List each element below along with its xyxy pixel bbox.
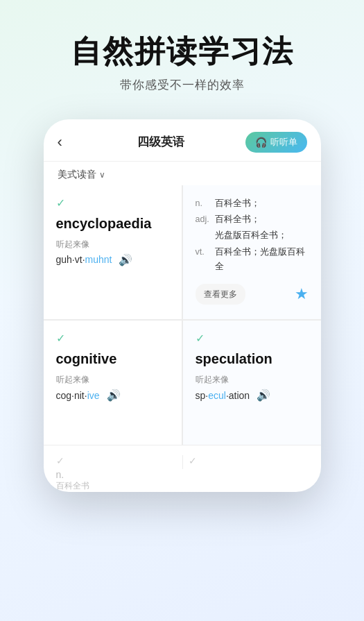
app-title: 四级英语 <box>137 134 184 150</box>
word-cognitive: cognitive <box>56 350 169 367</box>
star-icon[interactable]: ★ <box>295 281 309 307</box>
partial-word-left: n. <box>56 469 177 480</box>
phonetic-label-3: 听起来像 <box>56 374 169 386</box>
phonetic-text-1: guh·vt·muhnt <box>56 254 112 265</box>
def-text-2: 百科全书； <box>215 212 260 227</box>
sound-icon-4[interactable]: 🔊 <box>257 389 270 402</box>
check-icon-encyclopaedia: ✓ <box>56 196 169 210</box>
listen-button[interactable]: 🎧 听听单 <box>245 132 307 153</box>
headphone-icon: 🎧 <box>255 137 267 148</box>
check-icon-cognitive: ✓ <box>56 332 169 345</box>
phonetic-part-1a: guh·vt· <box>56 254 85 265</box>
phonetic-part-3b: ive <box>87 390 100 401</box>
phonetic-encyclopaedia: guh·vt·muhnt 🔊 <box>56 253 169 266</box>
bottom-left: ✓ n. 百科全书 <box>56 455 182 492</box>
def-text-1: 百科全书； <box>215 196 260 211</box>
hero-title: 自然拼读学习法 <box>22 33 342 70</box>
def-type-1: n. <box>196 196 212 211</box>
partial-check-right: ✓ <box>189 455 309 466</box>
phonetic-part-4c: ·ation <box>226 390 250 401</box>
app-header: ‹ 四级英语 🎧 听听单 <box>44 119 321 162</box>
accent-row[interactable]: 美式读音 ∨ <box>44 162 321 185</box>
hero-subtitle: 带你感受不一样的效率 <box>22 77 342 93</box>
word-card-cognitive: ✓ cognitive 听起来像 cog·nit·ive 🔊 <box>44 320 182 445</box>
phone-mockup: ‹ 四级英语 🎧 听听单 美式读音 ∨ ✓ encyclopaedia 听起来像… <box>44 119 321 493</box>
word-encyclopaedia: encyclopaedia <box>56 215 169 232</box>
bottom-right: ✓ <box>182 455 309 469</box>
phonetic-label-1: 听起来像 <box>56 239 169 250</box>
def-line-1: n. 百科全书； <box>196 196 309 211</box>
word-speculation: speculation <box>196 350 309 367</box>
definition-card-encyclopaedia: n. 百科全书； adj. 百科全书； 光盘版百科全书； vt. 百科全书；光盘… <box>182 185 321 321</box>
sound-icon-3[interactable]: 🔊 <box>107 389 121 402</box>
def-lines: n. 百科全书； adj. 百科全书； 光盘版百科全书； vt. 百科全书；光盘… <box>196 196 309 274</box>
view-more-button[interactable]: 查看更多 <box>196 284 245 305</box>
accent-label: 美式读音 <box>58 169 96 181</box>
word-card-encyclopaedia: ✓ encyclopaedia 听起来像 guh·vt·muhnt 🔊 <box>44 185 182 321</box>
hero-section: 自然拼读学习法 带你感受不一样的效率 <box>0 0 364 112</box>
phonetic-label-4: 听起来像 <box>196 374 309 386</box>
sound-icon-1[interactable]: 🔊 <box>119 253 132 266</box>
partial-check-left: ✓ <box>56 455 177 466</box>
def-text-3: 光盘版百科全书； <box>215 228 287 243</box>
cards-grid: ✓ encyclopaedia 听起来像 guh·vt·muhnt 🔊 n. 百… <box>44 185 321 445</box>
def-text-4: 百科全书；光盘版百科全 <box>215 245 309 275</box>
phonetic-text-4: sp·ecul·ation <box>196 390 250 401</box>
def-type-3 <box>196 228 212 243</box>
chevron-down-icon: ∨ <box>99 170 105 180</box>
back-button[interactable]: ‹ <box>58 133 77 151</box>
def-line-2: adj. 百科全书； <box>196 212 309 227</box>
check-icon-speculation: ✓ <box>196 332 309 345</box>
card-actions: 查看更多 ★ <box>196 281 309 307</box>
phonetic-part-4a: sp· <box>196 390 209 401</box>
phonetic-part-1b: muhnt <box>85 254 112 265</box>
bottom-partial: ✓ n. 百科全书 ✓ <box>44 445 321 492</box>
partial-def-left: 百科全书 <box>56 480 177 492</box>
phonetic-part-3a: cog·nit· <box>56 390 87 401</box>
word-card-speculation: ✓ speculation 听起来像 sp·ecul·ation 🔊 <box>182 320 321 445</box>
phonetic-part-4b: ecul <box>208 390 226 401</box>
def-line-4: vt. 百科全书；光盘版百科全 <box>196 245 309 275</box>
page-wrapper: 自然拼读学习法 带你感受不一样的效率 ‹ 四级英语 🎧 听听单 美式读音 ∨ ✓… <box>0 0 364 621</box>
def-type-4: vt. <box>196 245 212 275</box>
def-line-3: 光盘版百科全书； <box>196 228 309 243</box>
phonetic-cognitive: cog·nit·ive 🔊 <box>56 389 169 402</box>
phonetic-text-3: cog·nit·ive <box>56 390 100 401</box>
listen-label: 听听单 <box>270 136 297 148</box>
def-type-2: adj. <box>196 212 212 227</box>
phonetic-speculation: sp·ecul·ation 🔊 <box>196 389 309 402</box>
